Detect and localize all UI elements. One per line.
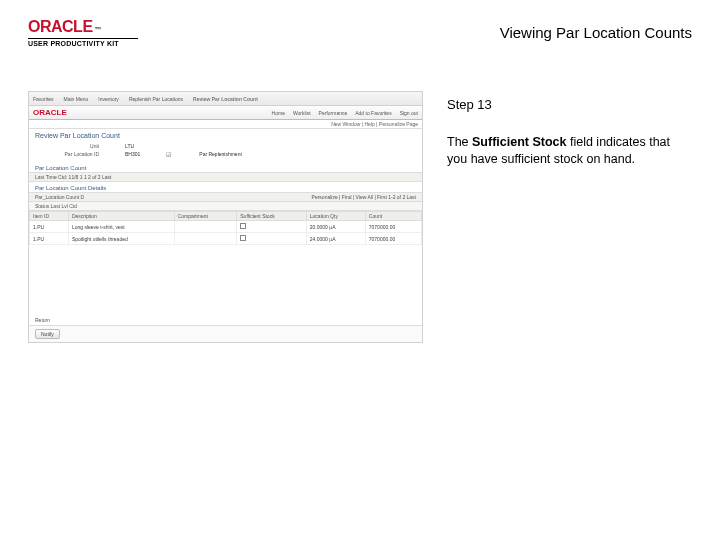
ss-subbar: New Window | Help | Personalize Page: [29, 120, 422, 129]
ss-crumb: Review Par Location Count: [193, 96, 258, 102]
cell-comp: [174, 221, 237, 233]
ss-crumb: Main Menu: [64, 96, 89, 102]
cell-cnt: 7070000.00: [365, 221, 421, 233]
ss-count-text: Last Time Ctd: 11/8 1 1 2 of 2 Last: [35, 174, 111, 180]
ss-brand: ORACLE: [33, 108, 67, 117]
ss-find-left: Par_Location Count D: [35, 194, 84, 200]
step-label: Step 13: [447, 97, 692, 112]
col-header: Description: [68, 212, 174, 221]
ss-section-label: Par Location Count Details: [29, 182, 422, 192]
notify-button[interactable]: Notify: [35, 329, 60, 339]
trademark: ™: [95, 26, 102, 33]
ss-menu: Performance: [319, 110, 348, 116]
col-header: Item ID: [30, 212, 69, 221]
ss-crumb: Replenish Par Locations: [129, 96, 183, 102]
col-header: Sufficient Stock: [237, 212, 307, 221]
ss-crumb: Inventory: [98, 96, 119, 102]
ss-menu: Add to Favorites: [355, 110, 391, 116]
ss-label: Par Location ID: [35, 151, 99, 158]
checkbox-icon: [240, 235, 246, 241]
cell-item: 1.PU: [30, 221, 69, 233]
logo-divider: [28, 38, 138, 39]
ss-breadcrumb-bar: Favorites Main Menu Inventory Replenish …: [29, 92, 422, 106]
ss-checkbox-icon: [166, 151, 173, 158]
ss-menu: Home: [272, 110, 285, 116]
table-row: 1.PU Long sleeve t-shirt, vest 20.0000 µ…: [30, 221, 422, 233]
ss-value: Par Replenishment: [199, 151, 242, 158]
cell-item: 1.PU: [30, 233, 69, 245]
checkbox-icon: [240, 223, 246, 229]
ss-brand-bar: ORACLE Home Worklist Performance Add to …: [29, 106, 422, 120]
cell-desc: Long sleeve t-shirt, vest: [68, 221, 174, 233]
ss-menu: Sign out: [400, 110, 418, 116]
cell-ss: [237, 233, 307, 245]
ss-value: LTU: [125, 143, 134, 149]
step-description: The Sufficient Stock field indicates tha…: [447, 134, 692, 168]
ss-crumb: Favorites: [33, 96, 54, 102]
ss-find-bar2: Status Last Lvl Ctd: [29, 202, 422, 211]
ss-table: Item ID Description Compartment Sufficie…: [29, 211, 422, 245]
desc-pre: The: [447, 135, 472, 149]
ss-menu: Worklist: [293, 110, 311, 116]
desc-bold: Sufficient Stock: [472, 135, 566, 149]
cell-cnt: 7070000.00: [365, 233, 421, 245]
col-header: Compartment: [174, 212, 237, 221]
cell-qty: 24.0000 µA: [306, 233, 365, 245]
logo-block: ORACLE ™ USER PRODUCTIVITY KIT: [28, 18, 138, 47]
logo-subtitle: USER PRODUCTIVITY KIT: [28, 40, 138, 47]
brand-text: ORACLE: [28, 18, 93, 36]
ss-label: Unit: [35, 143, 99, 149]
ss-find-bar: Par_Location Count D Personalize | Find …: [29, 192, 422, 202]
table-header-row: Item ID Description Compartment Sufficie…: [30, 212, 422, 221]
ss-page-title: Review Par Location Count: [29, 129, 422, 141]
cell-comp: [174, 233, 237, 245]
screenshot-thumbnail: Favorites Main Menu Inventory Replenish …: [28, 91, 423, 343]
page-title: Viewing Par Location Counts: [500, 24, 692, 47]
col-header: Count: [365, 212, 421, 221]
cell-ss: [237, 221, 307, 233]
ss-return: Return: [29, 315, 422, 325]
ss-value: BH301: [125, 151, 140, 158]
cell-qty: 20.0000 µA: [306, 221, 365, 233]
ss-count-info: Last Time Ctd: 11/8 1 1 2 of 2 Last: [29, 172, 422, 182]
ss-find-right: Personalize | Find | View All | First 1-…: [312, 194, 416, 200]
table-row: 1.PU Spotlight utilells threaded 24.0000…: [30, 233, 422, 245]
ss-section-label: Par Location Count: [29, 162, 422, 172]
col-header: Location Qty: [306, 212, 365, 221]
cell-desc: Spotlight utilells threaded: [68, 233, 174, 245]
